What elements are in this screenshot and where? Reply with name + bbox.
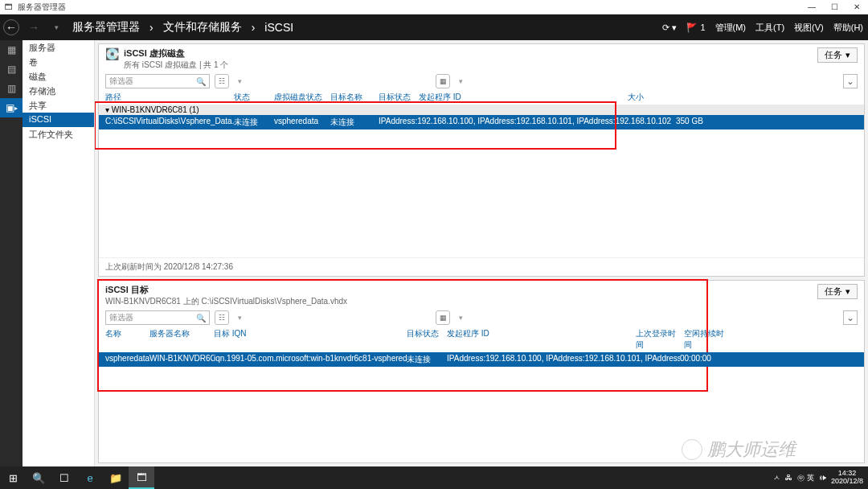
maximize-button[interactable]: ☐ xyxy=(823,0,845,14)
cell-initiator-id: IPAddress:192.168.10.100, IPAddress:192.… xyxy=(447,354,680,365)
tasks-button[interactable]: 任务▾ xyxy=(817,47,858,63)
last-refresh-label: 上次刷新时间为 2020/12/8 14:27:36 xyxy=(99,257,864,276)
sidebar-item-disks[interactable]: 磁盘 xyxy=(23,69,94,84)
taskview-button[interactable]: ☐ xyxy=(51,466,77,489)
cell-status: 未连接 xyxy=(234,117,274,128)
breadcrumb-root[interactable]: 服务器管理器 xyxy=(68,20,145,35)
target-table-header: 名称 服务器名称 目标 IQN 目标状态 发起程序 ID 上次登录时间 空闲持续… xyxy=(99,327,864,352)
filter-input[interactable]: 筛选器🔍 xyxy=(105,310,210,325)
expand-button[interactable]: ⌄ xyxy=(843,310,858,325)
sidebar-item-iscsi[interactable]: iSCSI xyxy=(23,113,94,127)
main-area: 💽 iSCSI 虚拟磁盘 所有 iSCSI 虚拟磁盘 | 共 1 个 任务▾ 筛… xyxy=(95,40,868,466)
sound-icon[interactable]: 🕪 xyxy=(819,474,826,482)
sidebar-item-workfolders[interactable]: 工作文件夹 xyxy=(23,127,94,142)
nav-back-button[interactable]: ← xyxy=(3,19,19,35)
filter-view-button[interactable]: ▦ xyxy=(436,74,450,88)
sidebar-item-servers[interactable]: 服务器 xyxy=(23,40,94,55)
col-vdisk-status[interactable]: 虚拟磁盘状态 xyxy=(274,92,330,103)
filter-tags-button[interactable]: ☷ xyxy=(215,310,229,325)
rail-file-icon[interactable]: ▣▸ xyxy=(0,98,23,117)
col-path[interactable]: 路径 xyxy=(105,92,234,103)
ie-icon[interactable]: e xyxy=(77,466,103,489)
watermark-logo-icon xyxy=(682,439,702,460)
group-header[interactable]: ▾ WIN-B1KNVDR6C81 (1) xyxy=(99,105,864,115)
menu-tools[interactable]: 工具(T) xyxy=(751,22,789,34)
filter-bar: 筛选器🔍 ☷▾ ▦▾ ⌄ xyxy=(99,309,864,327)
window-title: 服务器管理器 xyxy=(18,2,66,13)
menu-help[interactable]: 帮助(H) xyxy=(829,22,868,34)
sidebar-item-pools[interactable]: 存储池 xyxy=(23,84,94,98)
header-bar: ← → ▾ 服务器管理器 › 文件和存储服务 › iSCSI ⟳▾ 🚩1 管理(… xyxy=(0,14,868,40)
filter-view-button[interactable]: ▦ xyxy=(436,310,450,325)
tray-up-icon[interactable]: ㅅ xyxy=(773,473,780,483)
col-iqn[interactable]: 目标 IQN xyxy=(214,328,407,351)
notifications-flag[interactable]: 🚩1 xyxy=(682,23,710,33)
table-row[interactable]: C:\iSCSIVirtualDisks\Vsphere_Data.vhdx 未… xyxy=(99,115,864,129)
cell-iqn: iqn.1991-05.com.microsoft:win-b1knvdr6c8… xyxy=(214,354,407,365)
col-size[interactable]: 大小 xyxy=(628,92,676,103)
panel-vdisks: 💽 iSCSI 虚拟磁盘 所有 iSCSI 虚拟磁盘 | 共 1 个 任务▾ 筛… xyxy=(98,43,865,277)
breadcrumb-level2[interactable]: 文件和存储服务 xyxy=(158,20,247,35)
col-name[interactable]: 名称 xyxy=(105,328,149,351)
network-icon[interactable]: 🖧 xyxy=(785,474,792,482)
table-row[interactable]: vspheredata WIN-B1KNVDR6C81 iqn.1991-05.… xyxy=(99,352,864,367)
start-button[interactable]: ⊞ xyxy=(0,466,26,489)
expand-button[interactable]: ⌄ xyxy=(843,74,858,88)
col-initiator-id[interactable]: 发起程序 ID xyxy=(447,328,636,351)
cell-initiator-id: IPAddress:192.168.10.100, IPAddress:192.… xyxy=(379,117,676,128)
cell-server: WIN-B1KNVDR6C81 xyxy=(149,354,214,365)
rail-servers-icon[interactable]: ▤ xyxy=(0,60,23,79)
chevron-down-icon[interactable]: ▾ xyxy=(234,310,245,325)
system-tray[interactable]: ㅅ 🖧 ㊥ 英 🕪 14:32 2020/12/8 xyxy=(773,470,868,486)
filter-tags-button[interactable]: ☷ xyxy=(215,74,229,88)
search-icon[interactable]: 🔍 xyxy=(196,77,206,86)
window-titlebar: 🗔 服务器管理器 — ☐ ✕ xyxy=(0,0,868,14)
col-last-login[interactable]: 上次登录时间 xyxy=(636,328,684,351)
panel2-title: iSCSI 目标 xyxy=(105,284,347,296)
chevron-down-icon[interactable]: ▾ xyxy=(455,310,466,325)
taskbar: ⊞ 🔍 ☐ e 📁 🗔 ㅅ 🖧 ㊥ 英 🕪 14:32 2020/12/8 xyxy=(0,466,868,489)
menu-manage[interactable]: 管理(M) xyxy=(710,22,751,34)
nav-forward-button[interactable]: → xyxy=(23,16,45,39)
menu-view[interactable]: 视图(V) xyxy=(789,22,829,34)
rail-dashboard-icon[interactable]: ▦ xyxy=(0,40,23,60)
minimize-button[interactable]: — xyxy=(800,0,823,14)
breadcrumb-sep: › xyxy=(247,21,260,34)
sidebar-item-volumes[interactable]: 卷 xyxy=(23,55,94,69)
explorer-icon[interactable]: 📁 xyxy=(103,466,129,489)
chevron-down-icon[interactable]: ▾ xyxy=(455,74,466,88)
clock[interactable]: 14:32 2020/12/8 xyxy=(831,470,863,486)
breadcrumb-sep: › xyxy=(145,21,158,34)
search-icon[interactable]: 🔍 xyxy=(196,314,206,323)
col-status[interactable]: 状态 xyxy=(234,92,274,103)
rail-all-icon[interactable]: ▥ xyxy=(0,79,23,98)
sidebar-item-shares[interactable]: 共享 xyxy=(23,98,94,113)
nav-dropdown-button[interactable]: ▾ xyxy=(45,16,68,39)
refresh-button[interactable]: ⟳▾ xyxy=(657,23,682,33)
filter-bar: 筛选器🔍 ☷▾ ▦▾ ⌄ xyxy=(99,72,864,90)
search-button[interactable]: 🔍 xyxy=(26,466,51,489)
filter-input[interactable]: 筛选器🔍 xyxy=(105,74,210,88)
body: ▦ ▤ ▥ ▣▸ 服务器 卷 磁盘 存储池 共享 iSCSI 工作文件夹 💽 i… xyxy=(0,40,868,466)
col-target-status[interactable]: 目标状态 xyxy=(379,92,419,103)
col-target-name[interactable]: 目标名称 xyxy=(330,92,379,103)
col-target-status[interactable]: 目标状态 xyxy=(407,328,447,351)
cell-size: 350 GB xyxy=(676,117,724,128)
cell-path: C:\iSCSIVirtualDisks\Vsphere_Data.vhdx xyxy=(105,117,234,128)
breadcrumb-level3[interactable]: iSCSI xyxy=(260,21,298,34)
col-initiator-id[interactable]: 发起程序 ID xyxy=(419,92,628,103)
chevron-down-icon[interactable]: ▾ xyxy=(234,74,245,88)
clock-date: 2020/12/8 xyxy=(831,478,863,486)
col-server[interactable]: 服务器名称 xyxy=(149,328,214,351)
cell-name: vspheredata xyxy=(105,354,149,365)
app-icon: 🗔 xyxy=(3,2,14,13)
cell-idle: 00:00:00 xyxy=(680,354,728,365)
tasks-button[interactable]: 任务▾ xyxy=(817,284,858,299)
vdisk-table-header: 路径 状态 虚拟磁盘状态 目标名称 目标状态 发起程序 ID 大小 xyxy=(99,90,864,105)
ime-indicator[interactable]: ㊥ 英 xyxy=(797,473,814,483)
cell-target-status: 未连接 xyxy=(330,117,379,128)
panel1-subtitle: 所有 iSCSI 虚拟磁盘 | 共 1 个 xyxy=(124,60,228,71)
close-button[interactable]: ✕ xyxy=(845,0,868,14)
col-idle[interactable]: 空闲持续时间 xyxy=(684,328,732,351)
server-manager-icon[interactable]: 🗔 xyxy=(129,466,154,489)
